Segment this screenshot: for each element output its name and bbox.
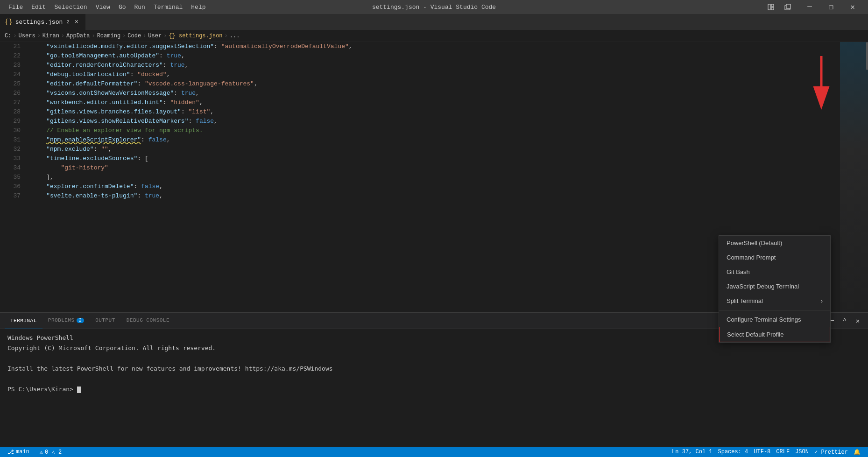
breadcrumb-sep-5: › xyxy=(143,33,146,39)
svg-rect-2 xyxy=(771,7,774,10)
menu-help[interactable]: Help xyxy=(187,3,209,12)
menu-go[interactable]: Go xyxy=(115,3,130,12)
problems-badge: 2 xyxy=(77,318,85,323)
code-line-34: "git-history" xyxy=(32,163,840,173)
dropdown-configure-settings[interactable]: Configure Terminal Settings xyxy=(719,312,830,327)
line-num-28: 28 xyxy=(0,107,21,117)
breadcrumb-sep-4: › xyxy=(122,33,126,39)
dropdown-git-bash[interactable]: Git Bash xyxy=(719,265,830,279)
split-terminal-arrow: › xyxy=(821,298,823,304)
terminal-dropdown-menu[interactable]: PowerShell (Default) Command Prompt Git … xyxy=(719,235,831,343)
dropdown-select-default-profile[interactable]: Select Default Profile xyxy=(719,327,830,342)
notifications-icon[interactable]: 🔔 xyxy=(851,449,863,456)
breadcrumb-sep-6: › xyxy=(163,33,167,39)
layout-icon[interactable] xyxy=(764,0,777,14)
menu-bar[interactable]: File Edit Selection View Go Run Terminal… xyxy=(5,3,210,12)
problems-tab[interactable]: PROBLEMS 2 xyxy=(42,313,90,329)
menu-edit[interactable]: Edit xyxy=(28,3,49,12)
terminal-body[interactable]: Windows PowerShell Copyright (C) Microso… xyxy=(0,329,868,443)
breadcrumb-kiran[interactable]: Kiran xyxy=(42,33,59,39)
json-file-icon: {} xyxy=(5,18,13,26)
breadcrumb-sep-0: › xyxy=(13,33,16,39)
menu-terminal[interactable]: Terminal xyxy=(150,3,186,12)
breadcrumb-sep-7: › xyxy=(225,33,228,39)
line-num-29: 29 xyxy=(0,117,21,126)
output-tab[interactable]: OUTPUT xyxy=(90,313,121,329)
minimap[interactable] xyxy=(840,42,868,312)
code-line-27: "workbench.editor.untitled.hint": "hidde… xyxy=(32,98,840,107)
dropdown-split-terminal[interactable]: Split Terminal › xyxy=(719,294,830,308)
line-num-21: 21 xyxy=(0,42,21,51)
status-bar-right: Ln 37, Col 1 Spaces: 4 UTF-8 CRLF JSON ✓… xyxy=(669,449,863,456)
breadcrumb-roaming[interactable]: Roaming xyxy=(97,33,120,39)
breadcrumb-user[interactable]: User xyxy=(148,33,162,39)
eol-status[interactable]: CRLF xyxy=(773,449,792,455)
cursor-position[interactable]: Ln 37, Col 1 xyxy=(669,449,715,455)
terminal-line-4: Install the latest PowerShell for new fe… xyxy=(7,364,861,374)
tab-label: settings.json xyxy=(15,19,63,26)
menu-view[interactable]: View xyxy=(92,3,114,12)
code-line-26: "vsicons.dontShowNewVersionMessage": tru… xyxy=(32,89,840,98)
line-num-22: 22 xyxy=(0,51,21,61)
encoding-status[interactable]: UTF-8 xyxy=(751,449,773,455)
breadcrumb-appdata[interactable]: AppData xyxy=(66,33,90,39)
menu-file[interactable]: File xyxy=(5,3,27,12)
code-line-32: "npm.exclude": "", xyxy=(32,145,840,154)
terminal-line-5 xyxy=(7,374,861,384)
svg-rect-4 xyxy=(786,4,790,8)
window-title: settings.json - Visual Studio Code xyxy=(372,4,496,11)
line-numbers: 21 22 23 24 25 26 27 28 29 30 31 32 33 3… xyxy=(0,42,28,312)
line-num-26: 26 xyxy=(0,89,21,98)
dropdown-command-prompt[interactable]: Command Prompt xyxy=(719,250,830,265)
dropdown-divider xyxy=(719,310,830,310)
code-line-35: ], xyxy=(32,173,840,182)
dropdown-powershell-default[interactable]: PowerShell (Default) xyxy=(719,236,830,250)
tab-dirty-indicator: 2 xyxy=(66,19,70,25)
status-bar: ⎇ main ⚠ 0 △ 2 Ln 37, Col 1 Spaces: 4 UT… xyxy=(0,447,868,457)
close-button[interactable]: ✕ xyxy=(842,0,863,14)
breadcrumb: C: › Users › Kiran › AppData › Roaming ›… xyxy=(0,30,868,42)
maximize-icon[interactable] xyxy=(781,0,794,14)
breadcrumb-code[interactable]: Code xyxy=(127,33,141,39)
breadcrumb-file[interactable]: {} settings.json xyxy=(169,33,222,39)
tab-close-button[interactable]: × xyxy=(72,18,81,26)
line-num-25: 25 xyxy=(0,79,21,89)
settings-json-tab[interactable]: {} settings.json 2 × xyxy=(0,14,85,30)
code-line-21: "vsintellicode.modify.editor.suggestSele… xyxy=(32,42,840,51)
restore-button[interactable]: ❐ xyxy=(820,0,842,14)
line-num-35: 35 xyxy=(0,173,21,182)
code-line-31: "npm.enableScriptExplorer": false, xyxy=(32,135,840,145)
code-line-37: "svelte.enable-ts-plugin": true, xyxy=(32,191,840,201)
breadcrumb-sep-2: › xyxy=(61,33,64,39)
git-branch-status[interactable]: ⎇ main xyxy=(5,447,32,457)
terminal-tab[interactable]: TERMINAL xyxy=(5,313,42,329)
minimize-button[interactable]: ─ xyxy=(799,0,820,14)
line-num-30: 30 xyxy=(0,126,21,135)
maximize-panel-button[interactable]: ^ xyxy=(839,315,850,326)
code-line-30: // Enable an explorer view for npm scrip… xyxy=(32,126,840,135)
menu-selection[interactable]: Selection xyxy=(50,3,91,12)
errors-warnings-status[interactable]: ⚠ 0 △ 2 xyxy=(37,447,64,457)
tab-bar: {} settings.json 2 × xyxy=(0,14,868,30)
code-line-23: "editor.renderControlCharacters": true, xyxy=(32,61,840,70)
spaces-status[interactable]: Spaces: 4 xyxy=(715,449,751,455)
prettier-status[interactable]: ✓ Prettier xyxy=(812,449,851,456)
svg-rect-1 xyxy=(771,4,774,7)
line-num-34: 34 xyxy=(0,163,21,173)
dropdown-js-debug[interactable]: JavaScript Debug Terminal xyxy=(719,279,830,294)
breadcrumb-c[interactable]: C: xyxy=(5,33,11,39)
terminal-line-6[interactable]: PS C:\Users\Kiran> xyxy=(7,384,861,394)
breadcrumb-users[interactable]: Users xyxy=(19,33,35,39)
breadcrumb-sep-3: › xyxy=(92,33,95,39)
language-status[interactable]: JSON xyxy=(792,449,812,455)
menu-run[interactable]: Run xyxy=(130,3,148,12)
terminal-line-2: Copyright (C) Microsoft Corporation. All… xyxy=(7,343,861,353)
breadcrumb-ellipsis[interactable]: ... xyxy=(230,33,240,39)
code-line-33: "timeline.excludeSources": [ xyxy=(32,154,840,163)
title-bar-icons[interactable] xyxy=(764,0,794,14)
line-num-24: 24 xyxy=(0,70,21,79)
debug-console-tab[interactable]: DEBUG CONSOLE xyxy=(121,313,175,329)
line-num-27: 27 xyxy=(0,98,21,107)
code-line-36: "explorer.confirmDelete": false, xyxy=(32,182,840,191)
close-panel-button[interactable]: ✕ xyxy=(852,315,863,326)
